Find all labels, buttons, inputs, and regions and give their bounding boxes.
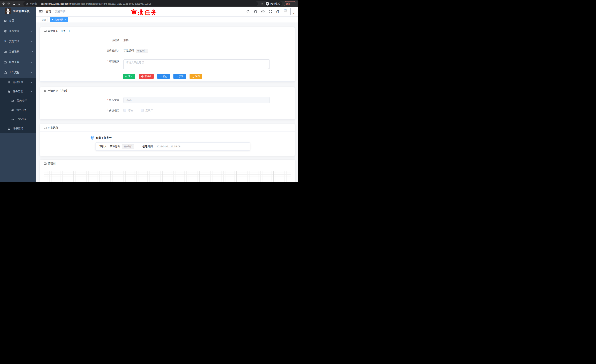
delegate-button[interactable]: 委派 xyxy=(173,74,186,79)
breadcrumb-separator: / xyxy=(53,10,53,13)
sidebar-item-task-mgmt[interactable]: 任务管理 xyxy=(0,87,36,96)
search-icon[interactable] xyxy=(246,10,250,13)
workflow-submenu: 流程管理 任务管理 我的流程 xyxy=(0,78,36,133)
sidebar-item-label: 已办任务 xyxy=(16,118,33,121)
card-header: 审批记录 xyxy=(40,124,295,132)
process-diagram-card: 流程图 xyxy=(40,160,295,182)
chevron-up-icon xyxy=(31,91,33,93)
card-header: 流程图 xyxy=(40,160,295,167)
bpmn-canvas[interactable] xyxy=(44,171,291,182)
back-icon[interactable] xyxy=(2,2,5,5)
collapse-sidebar-icon[interactable] xyxy=(39,10,43,14)
sidebar-item-process-mgmt[interactable]: 流程管理 xyxy=(0,78,36,87)
picture-outline-icon xyxy=(44,126,47,129)
checkbox-label: 选项二 xyxy=(145,109,153,112)
sidebar-item-label: 待办任务 xyxy=(16,108,33,112)
edit-icon xyxy=(160,75,162,78)
sidebar-item-todo-tasks[interactable]: 待办任务 xyxy=(0,105,36,115)
forward-icon[interactable] xyxy=(7,2,10,5)
checkbox-option-2[interactable]: 选项二 xyxy=(141,109,153,112)
page-content: 审批任务【任务一】 流程名 滔博 流程发起人 芋道源码 研发部门 xyxy=(36,23,298,182)
broken-image-icon xyxy=(284,9,287,12)
help-icon[interactable]: ? xyxy=(261,10,265,13)
chevron-down-icon xyxy=(31,41,33,43)
chevron-down-icon xyxy=(31,51,33,53)
breadcrumb: 首页 / 流程详情 xyxy=(46,10,66,13)
warning-icon xyxy=(26,3,28,5)
sidebar-logo[interactable]: 芋道管理系统 xyxy=(0,7,36,15)
required-asterisk: * xyxy=(107,60,108,63)
approver-value: 芋道源码 xyxy=(110,145,120,148)
dept-tag: 研发部门 xyxy=(122,145,134,148)
approve-button[interactable]: 通过 xyxy=(123,74,135,79)
approval-timeline: 任务：任务一 审批人： 芋道源码 研发部门 创建时间： 2022-01-21 2… xyxy=(40,132,295,156)
process-name-value: 滔博 xyxy=(123,38,129,42)
transfer-button[interactable]: 转办 xyxy=(157,74,170,79)
chevron-down-icon xyxy=(31,30,33,32)
fullscreen-icon[interactable] xyxy=(268,10,272,13)
chevron-down-icon xyxy=(31,81,33,83)
home-icon[interactable] xyxy=(17,2,21,5)
monitor-icon xyxy=(4,50,7,53)
tab-label: 首页 xyxy=(42,18,46,21)
create-time-label: 创建时间： xyxy=(142,145,155,148)
card-title: 申请信息【滔博】 xyxy=(48,89,68,93)
sidebar-item-leave-query[interactable]: 请假查询 xyxy=(0,124,36,133)
sidebar: 芋道管理系统 首页 系统管理 ¥ 支付管理 xyxy=(0,7,36,182)
eye-closed-icon xyxy=(11,118,14,121)
avatar-caret-icon[interactable]: ▼ xyxy=(293,13,295,15)
sidebar-item-devtools[interactable]: 研发工具 xyxy=(0,57,36,67)
app-title: 芋道管理系统 xyxy=(13,9,30,13)
initiator-label: 流程发起人 xyxy=(40,49,123,52)
required-asterisk: * xyxy=(107,99,108,102)
sidebar-item-infra[interactable]: 基础设施 xyxy=(0,47,36,57)
chevron-down-icon xyxy=(31,61,33,63)
security-label[interactable]: 不安全 xyxy=(30,2,37,5)
toolbox-icon xyxy=(4,61,7,64)
bookmark-star-icon[interactable]: ☆ xyxy=(261,2,263,5)
card-title: 审批记录 xyxy=(48,126,58,130)
browser-menu-icon[interactable]: ⋮ xyxy=(292,2,294,5)
checkbox-label: 选项一 xyxy=(128,109,135,112)
timeline-task-title: 任务：任务一 xyxy=(96,136,112,139)
sidebar-item-system[interactable]: 系统管理 xyxy=(0,26,36,36)
sidebar-item-home[interactable]: 首页 xyxy=(0,15,36,26)
sidebar-item-my-process[interactable]: 我的流程 xyxy=(0,96,36,105)
close-icon[interactable]: × xyxy=(65,19,66,21)
github-icon[interactable] xyxy=(254,10,257,13)
single-text-input[interactable] xyxy=(123,97,270,103)
sidebar-item-pay[interactable]: ¥ 支付管理 xyxy=(0,36,36,47)
reject-button[interactable]: 不通过 xyxy=(139,74,154,79)
required-asterisk: * xyxy=(107,109,108,112)
checkbox-option-1[interactable]: 选项一 xyxy=(123,109,135,112)
incognito-badge: 无痕模式 xyxy=(265,1,282,6)
incognito-icon xyxy=(266,2,269,6)
url-bar[interactable]: 不安全 dashboard.yudao.iocoder.cn/bpm/proce… xyxy=(23,1,258,6)
checkbox-group: 选项一 选项二 xyxy=(123,109,153,112)
tab-process-detail[interactable]: 流程详情 × xyxy=(50,17,68,22)
yen-icon: ¥ xyxy=(4,40,7,43)
avatar[interactable] xyxy=(283,8,291,15)
active-dot xyxy=(52,19,53,20)
approval-record-item: 审批人： 芋道源码 研发部门 创建时间： 2022-01-21 22:35:08 xyxy=(96,142,250,151)
sidebar-item-label: 系统管理 xyxy=(9,29,30,33)
sidebar-item-workflow[interactable]: 工作流程 xyxy=(0,67,36,78)
incognito-label: 无痕模式 xyxy=(270,2,280,5)
suggest-textarea[interactable] xyxy=(123,59,270,69)
font-size-icon[interactable]: TT xyxy=(276,10,279,13)
screenshot-root: 不安全 dashboard.yudao.iocoder.cn/bpm/proce… xyxy=(0,0,298,182)
sidebar-item-label: 我的流程 xyxy=(16,99,33,102)
sidebar-item-done-tasks[interactable]: 已办任务 xyxy=(0,115,36,124)
breadcrumb-home[interactable]: 首页 xyxy=(46,10,51,13)
return-button[interactable]: 退回 xyxy=(190,74,202,79)
update-button[interactable]: 更新 ⋮ xyxy=(284,1,296,6)
approval-task-card: 审批任务【任务一】 流程名 滔博 流程发起人 芋道源码 研发部门 xyxy=(40,27,295,81)
tab-home[interactable]: 首页 xyxy=(40,17,48,22)
create-time-value: 2022-01-21 22:35:08 xyxy=(156,145,180,148)
breadcrumb-current: 流程详情 xyxy=(55,10,66,13)
picture-outline-icon xyxy=(44,30,47,33)
update-label: 更新 xyxy=(286,2,291,5)
sidebar-item-label: 首页 xyxy=(9,19,33,22)
checkbox-group-label: *多选框组 xyxy=(40,109,123,112)
reload-icon[interactable] xyxy=(12,2,15,5)
